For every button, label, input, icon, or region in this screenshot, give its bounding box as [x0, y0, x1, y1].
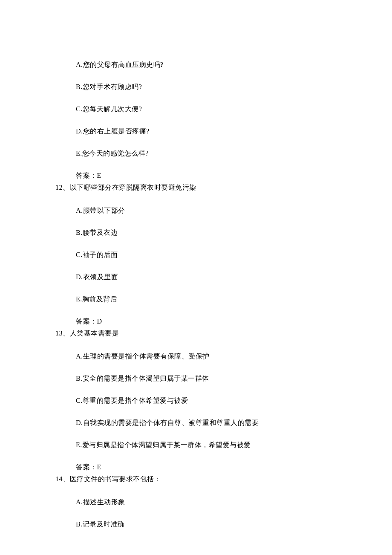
q12-option-c: C.袖子的后面	[76, 250, 337, 260]
q13-answer: 答案：E	[76, 462, 337, 472]
q13-option-a: A.生理的需要是指个体需要有保障、受保护	[76, 351, 337, 361]
q12-option-d: D.衣领及里面	[76, 272, 337, 282]
q11-answer: 答案：E	[76, 171, 337, 181]
q13-option-c: C.尊重的需要是指个体希望爱与被爱	[76, 396, 337, 406]
q12-option-a: A.腰带以下部分	[76, 205, 337, 216]
q11-option-c: C.您每天解几次大便?	[76, 104, 337, 114]
q11-option-b: B.您对手术有顾虑吗?	[76, 82, 337, 92]
q12-stem: 12、以下哪些部分在穿脱隔离衣时要避免污染	[55, 182, 337, 193]
q11-option-a: A.您的父母有高血压病史吗?	[76, 60, 337, 70]
q12-option-e: E.胸前及背后	[76, 294, 337, 304]
q13-option-e: E.爱与归属是指个体渴望归属于某一群体，希望爱与被爱	[76, 440, 337, 450]
q14-stem: 14、医疗文件的书写要求不包括：	[55, 474, 337, 484]
q14-option-a: A.描述生动形象	[76, 497, 337, 507]
q14-option-b: B.记录及时准确	[76, 519, 337, 529]
q13-option-d: D.自我实现的需要是指个体有自尊、被尊重和尊重人的需要	[76, 418, 337, 428]
q12-answer: 答案：D	[76, 316, 337, 327]
q11-option-d: D.您的右上腹是否疼痛?	[76, 126, 337, 136]
page-content: A.您的父母有高血压病史吗? B.您对手术有顾虑吗? C.您每天解几次大便? D…	[0, 0, 392, 555]
q12-option-b: B.腰带及衣边	[76, 228, 337, 238]
q11-option-e: E.您今天的感觉怎么样?	[76, 148, 337, 159]
q13-option-b: B.安全的需要是指个体渴望归属于某一群体	[76, 373, 337, 384]
q13-stem: 13、人类基本需要是	[55, 328, 337, 338]
